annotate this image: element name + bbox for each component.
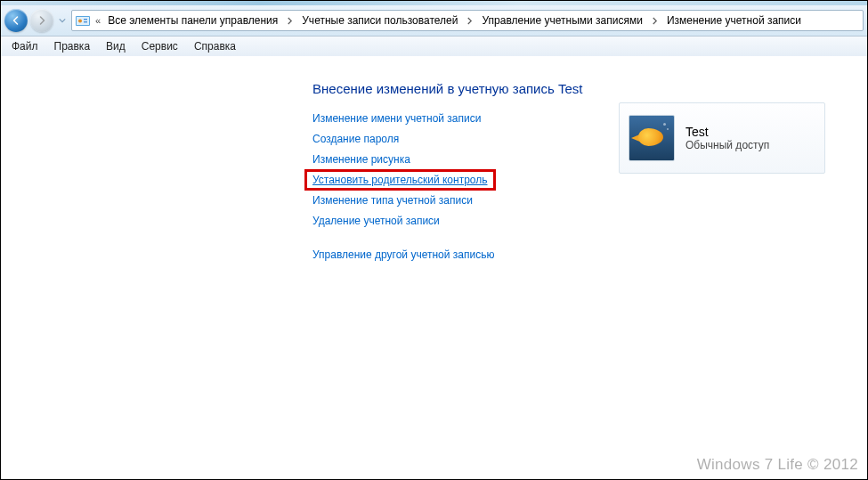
content-area: Внесение изменений в учетную запись Test…: [1, 56, 867, 479]
menu-help[interactable]: Справка: [187, 38, 243, 54]
user-picture-decoration: [667, 128, 669, 130]
user-picture-decoration: [638, 128, 663, 146]
window: « Все элементы панели управления Учетные…: [0, 0, 868, 480]
window-titlebar-blur: [1, 1, 867, 5]
nav-history-dropdown[interactable]: [56, 12, 69, 29]
chevron-down-icon: [59, 17, 66, 24]
link-parental-controls[interactable]: Установить родительский контроль: [307, 172, 493, 188]
user-name: Test: [685, 125, 769, 139]
breadcrumb-chevron[interactable]: [283, 17, 296, 25]
forward-button[interactable]: [30, 9, 53, 32]
user-account-type: Обычный доступ: [685, 139, 769, 151]
user-picture-decoration: [663, 123, 666, 126]
menu-file[interactable]: Файл: [4, 38, 45, 54]
link-manage-other-account[interactable]: Управление другой учетной записью: [312, 248, 494, 261]
breadcrumb-overflow-chevron[interactable]: «: [93, 15, 102, 26]
navigation-bar: « Все элементы панели управления Учетные…: [1, 5, 867, 37]
menu-bar: Файл Правка Вид Сервис Справка: [1, 37, 867, 57]
user-picture: [629, 115, 675, 161]
breadcrumb-change-account[interactable]: Изменение учетной записи: [665, 12, 803, 28]
arrow-left-icon: [11, 15, 21, 26]
menu-tools[interactable]: Сервис: [134, 38, 185, 54]
control-panel-icon: [76, 13, 90, 28]
link-delete-account[interactable]: Удаление учетной записи: [312, 215, 440, 227]
breadcrumb-user-accounts[interactable]: Учетные записи пользователей: [300, 12, 459, 28]
user-info: Test Обычный доступ: [685, 125, 769, 151]
link-change-picture[interactable]: Изменение рисунка: [312, 153, 410, 166]
svg-point-2: [78, 20, 82, 23]
breadcrumb-chevron[interactable]: [463, 17, 476, 25]
breadcrumb-all-cp-items[interactable]: Все элементы панели управления: [106, 12, 280, 28]
menu-edit[interactable]: Правка: [47, 38, 98, 54]
link-change-account-type[interactable]: Изменение типа учетной записи: [312, 194, 473, 207]
link-create-password[interactable]: Создание пароля: [312, 133, 399, 145]
back-button[interactable]: [4, 9, 28, 32]
page-title: Внесение изменений в учетную запись Test: [312, 81, 811, 96]
user-tile: Test Обычный доступ: [619, 102, 825, 174]
address-bar[interactable]: « Все элементы панели управления Учетные…: [71, 10, 864, 31]
menu-view[interactable]: Вид: [99, 38, 133, 54]
svg-rect-4: [84, 21, 87, 22]
breadcrumb-chevron[interactable]: [648, 17, 661, 25]
svg-rect-3: [84, 19, 87, 20]
watermark: Windows 7 Life © 2012: [697, 456, 858, 474]
arrow-right-icon: [37, 15, 47, 26]
link-rename-account[interactable]: Изменение имени учетной записи: [312, 112, 481, 125]
breadcrumb-manage-accounts[interactable]: Управление учетными записями: [480, 12, 644, 28]
